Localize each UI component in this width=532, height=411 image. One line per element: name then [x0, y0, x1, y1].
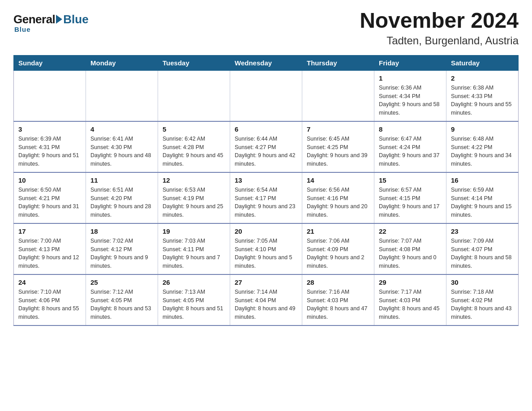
title-area: November 2024 Tadten, Burgenland, Austri… — [360, 9, 519, 47]
calendar-cell: 19Sunrise: 7:03 AMSunset: 4:11 PMDayligh… — [158, 223, 230, 274]
day-info: Sunrise: 7:00 AMSunset: 4:13 PMDaylight:… — [18, 237, 81, 270]
day-info: Sunrise: 7:13 AMSunset: 4:05 PMDaylight:… — [163, 288, 225, 321]
calendar-cell: 13Sunrise: 6:54 AMSunset: 4:17 PMDayligh… — [230, 172, 302, 223]
day-number: 25 — [90, 278, 153, 286]
calendar-cell: 8Sunrise: 6:47 AMSunset: 4:24 PMDaylight… — [374, 121, 446, 172]
calendar-cell: 24Sunrise: 7:10 AMSunset: 4:06 PMDayligh… — [14, 274, 86, 325]
calendar-cell: 22Sunrise: 7:07 AMSunset: 4:08 PMDayligh… — [374, 223, 446, 274]
day-info: Sunrise: 7:05 AMSunset: 4:10 PMDaylight:… — [235, 237, 297, 270]
logo: General Blue Blue — [13, 9, 89, 33]
weekday-header-friday: Friday — [374, 55, 446, 70]
location-title: Tadten, Burgenland, Austria — [360, 34, 519, 47]
day-number: 23 — [451, 227, 514, 235]
day-number: 20 — [235, 227, 297, 235]
day-info: Sunrise: 6:51 AMSunset: 4:20 PMDaylight:… — [90, 186, 153, 219]
day-number: 9 — [451, 125, 514, 133]
calendar-table: SundayMondayTuesdayWednesdayThursdayFrid… — [13, 55, 519, 326]
calendar-cell: 12Sunrise: 6:53 AMSunset: 4:19 PMDayligh… — [158, 172, 230, 223]
calendar-cell: 5Sunrise: 6:42 AMSunset: 4:28 PMDaylight… — [158, 121, 230, 172]
logo-blue-text: Blue — [63, 13, 88, 26]
day-info: Sunrise: 6:59 AMSunset: 4:14 PMDaylight:… — [451, 186, 514, 219]
day-info: Sunrise: 7:09 AMSunset: 4:07 PMDaylight:… — [451, 237, 514, 270]
calendar-cell: 21Sunrise: 7:06 AMSunset: 4:09 PMDayligh… — [302, 223, 374, 274]
weekday-header-tuesday: Tuesday — [158, 55, 230, 70]
day-info: Sunrise: 6:47 AMSunset: 4:24 PMDaylight:… — [379, 135, 442, 168]
logo-subtitle: Blue — [14, 26, 31, 33]
calendar-cell: 1Sunrise: 6:36 AMSunset: 4:34 PMDaylight… — [374, 70, 446, 121]
weekday-header-saturday: Saturday — [446, 55, 519, 70]
day-number: 2 — [451, 74, 514, 82]
day-number: 19 — [163, 227, 225, 235]
calendar-cell: 27Sunrise: 7:14 AMSunset: 4:04 PMDayligh… — [230, 274, 302, 325]
day-info: Sunrise: 7:16 AMSunset: 4:03 PMDaylight:… — [307, 288, 369, 321]
calendar-cell: 3Sunrise: 6:39 AMSunset: 4:31 PMDaylight… — [14, 121, 86, 172]
day-info: Sunrise: 6:57 AMSunset: 4:15 PMDaylight:… — [379, 186, 442, 219]
day-info: Sunrise: 6:53 AMSunset: 4:19 PMDaylight:… — [163, 186, 225, 219]
day-number: 16 — [451, 176, 514, 184]
week-row-2: 3Sunrise: 6:39 AMSunset: 4:31 PMDaylight… — [14, 121, 519, 172]
day-number: 1 — [379, 74, 442, 82]
calendar-cell: 16Sunrise: 6:59 AMSunset: 4:14 PMDayligh… — [446, 172, 519, 223]
day-number: 30 — [451, 278, 514, 286]
day-number: 15 — [379, 176, 442, 184]
weekday-header-sunday: Sunday — [14, 55, 86, 70]
day-info: Sunrise: 7:10 AMSunset: 4:06 PMDaylight:… — [18, 288, 81, 321]
day-info: Sunrise: 6:36 AMSunset: 4:34 PMDaylight:… — [379, 84, 442, 117]
calendar-cell: 28Sunrise: 7:16 AMSunset: 4:03 PMDayligh… — [302, 274, 374, 325]
day-number: 28 — [307, 278, 369, 286]
day-number: 21 — [307, 227, 369, 235]
weekday-header-thursday: Thursday — [302, 55, 374, 70]
calendar-cell — [86, 70, 158, 121]
day-number: 4 — [90, 125, 153, 133]
day-info: Sunrise: 6:44 AMSunset: 4:27 PMDaylight:… — [235, 135, 297, 168]
header-area: General Blue Blue November 2024 Tadten, … — [13, 9, 519, 47]
day-info: Sunrise: 7:14 AMSunset: 4:04 PMDaylight:… — [235, 288, 297, 321]
day-number: 22 — [379, 227, 442, 235]
day-number: 5 — [163, 125, 225, 133]
calendar-cell: 10Sunrise: 6:50 AMSunset: 4:21 PMDayligh… — [14, 172, 86, 223]
calendar-cell: 7Sunrise: 6:45 AMSunset: 4:25 PMDaylight… — [302, 121, 374, 172]
calendar-cell: 14Sunrise: 6:56 AMSunset: 4:16 PMDayligh… — [302, 172, 374, 223]
week-row-4: 17Sunrise: 7:00 AMSunset: 4:13 PMDayligh… — [14, 223, 519, 274]
week-row-5: 24Sunrise: 7:10 AMSunset: 4:06 PMDayligh… — [14, 274, 519, 325]
day-number: 11 — [90, 176, 153, 184]
calendar-cell: 11Sunrise: 6:51 AMSunset: 4:20 PMDayligh… — [86, 172, 158, 223]
day-info: Sunrise: 7:03 AMSunset: 4:11 PMDaylight:… — [163, 237, 225, 270]
day-info: Sunrise: 7:17 AMSunset: 4:03 PMDaylight:… — [379, 288, 442, 321]
day-number: 18 — [90, 227, 153, 235]
calendar-cell: 9Sunrise: 6:48 AMSunset: 4:22 PMDaylight… — [446, 121, 519, 172]
day-info: Sunrise: 6:42 AMSunset: 4:28 PMDaylight:… — [163, 135, 225, 168]
day-info: Sunrise: 6:54 AMSunset: 4:17 PMDaylight:… — [235, 186, 297, 219]
weekday-header-wednesday: Wednesday — [230, 55, 302, 70]
calendar-cell — [302, 70, 374, 121]
day-info: Sunrise: 6:38 AMSunset: 4:33 PMDaylight:… — [451, 84, 514, 117]
calendar-cell: 15Sunrise: 6:57 AMSunset: 4:15 PMDayligh… — [374, 172, 446, 223]
calendar-cell: 6Sunrise: 6:44 AMSunset: 4:27 PMDaylight… — [230, 121, 302, 172]
logo-arrow-icon — [56, 15, 62, 24]
day-number: 24 — [18, 278, 81, 286]
day-number: 14 — [307, 176, 369, 184]
day-number: 17 — [18, 227, 81, 235]
day-info: Sunrise: 6:56 AMSunset: 4:16 PMDaylight:… — [307, 186, 369, 219]
day-info: Sunrise: 7:06 AMSunset: 4:09 PMDaylight:… — [307, 237, 369, 270]
calendar-cell — [14, 70, 86, 121]
day-number: 8 — [379, 125, 442, 133]
day-info: Sunrise: 6:39 AMSunset: 4:31 PMDaylight:… — [18, 135, 81, 168]
day-info: Sunrise: 6:50 AMSunset: 4:21 PMDaylight:… — [18, 186, 81, 219]
day-number: 26 — [163, 278, 225, 286]
calendar-cell: 4Sunrise: 6:41 AMSunset: 4:30 PMDaylight… — [86, 121, 158, 172]
day-info: Sunrise: 7:12 AMSunset: 4:05 PMDaylight:… — [90, 288, 153, 321]
calendar-cell: 18Sunrise: 7:02 AMSunset: 4:12 PMDayligh… — [86, 223, 158, 274]
logo-general-text: General — [13, 13, 55, 26]
calendar-cell: 2Sunrise: 6:38 AMSunset: 4:33 PMDaylight… — [446, 70, 519, 121]
calendar-cell: 26Sunrise: 7:13 AMSunset: 4:05 PMDayligh… — [158, 274, 230, 325]
calendar-cell — [158, 70, 230, 121]
day-number: 7 — [307, 125, 369, 133]
day-info: Sunrise: 6:45 AMSunset: 4:25 PMDaylight:… — [307, 135, 369, 168]
weekday-header-row: SundayMondayTuesdayWednesdayThursdayFrid… — [14, 55, 519, 70]
day-info: Sunrise: 7:02 AMSunset: 4:12 PMDaylight:… — [90, 237, 153, 270]
calendar-cell — [230, 70, 302, 121]
calendar-cell: 20Sunrise: 7:05 AMSunset: 4:10 PMDayligh… — [230, 223, 302, 274]
day-number: 10 — [18, 176, 81, 184]
day-info: Sunrise: 6:41 AMSunset: 4:30 PMDaylight:… — [90, 135, 153, 168]
